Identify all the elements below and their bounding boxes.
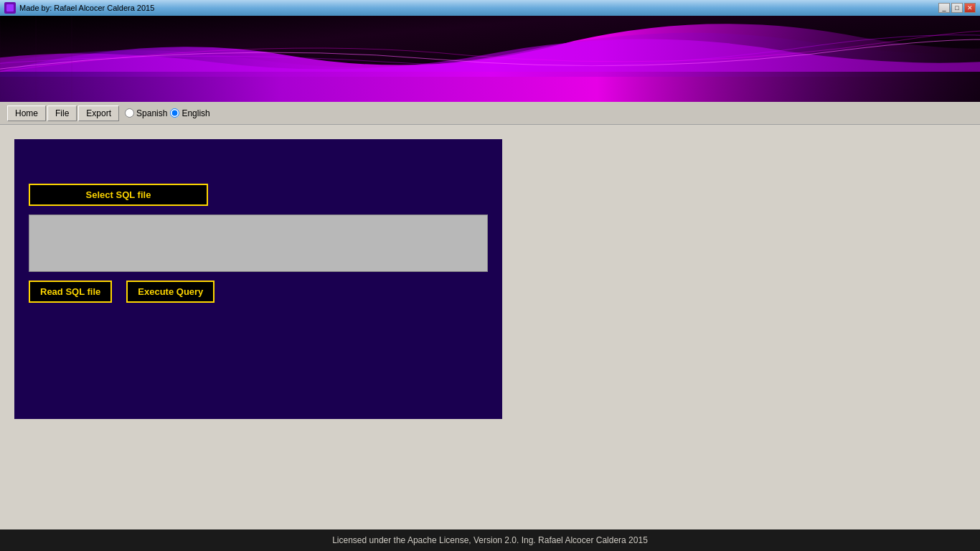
title-text: Made by: Rafael Alcocer Caldera 2015 (19, 4, 154, 12)
home-button[interactable]: Home (7, 105, 46, 121)
footer: Licensed under the Apache License, Versi… (0, 529, 980, 551)
window-controls: _ □ ✕ (938, 3, 976, 13)
banner-wave-svg (0, 16, 980, 102)
read-sql-button[interactable]: Read SQL file (29, 281, 112, 303)
bottom-buttons: Read SQL file Execute Query (29, 281, 488, 303)
title-bar: Made by: Rafael Alcocer Caldera 2015 _ □… (0, 0, 980, 16)
select-sql-button[interactable]: Select SQL file (29, 184, 208, 206)
sql-panel: Select SQL file Read SQL file Execute Qu… (14, 139, 502, 419)
export-button[interactable]: Export (78, 105, 119, 121)
footer-text: Licensed under the Apache License, Versi… (332, 535, 648, 545)
spanish-label: Spanish (136, 108, 167, 118)
spanish-radio-label[interactable]: Spanish (125, 108, 167, 118)
app-icon (4, 2, 16, 14)
english-radio-label[interactable]: English (170, 108, 209, 118)
minimize-button[interactable]: _ (938, 3, 950, 13)
file-button[interactable]: File (47, 105, 77, 121)
execute-query-button[interactable]: Execute Query (126, 281, 215, 303)
language-group: Spanish English (125, 108, 210, 118)
spanish-radio[interactable] (125, 108, 134, 118)
main-content: Select SQL file Read SQL file Execute Qu… (0, 125, 980, 529)
title-bar-left: Made by: Rafael Alcocer Caldera 2015 (4, 2, 154, 14)
header-banner (0, 16, 980, 102)
close-button[interactable]: ✕ (964, 3, 976, 13)
maximize-button[interactable]: □ (951, 3, 963, 13)
sql-textarea[interactable] (29, 215, 488, 272)
menu-bar: Home File Export Spanish English (0, 102, 980, 125)
english-label: English (182, 108, 209, 118)
svg-rect-0 (6, 4, 14, 11)
top-spacer (29, 154, 488, 175)
english-radio[interactable] (170, 108, 179, 118)
